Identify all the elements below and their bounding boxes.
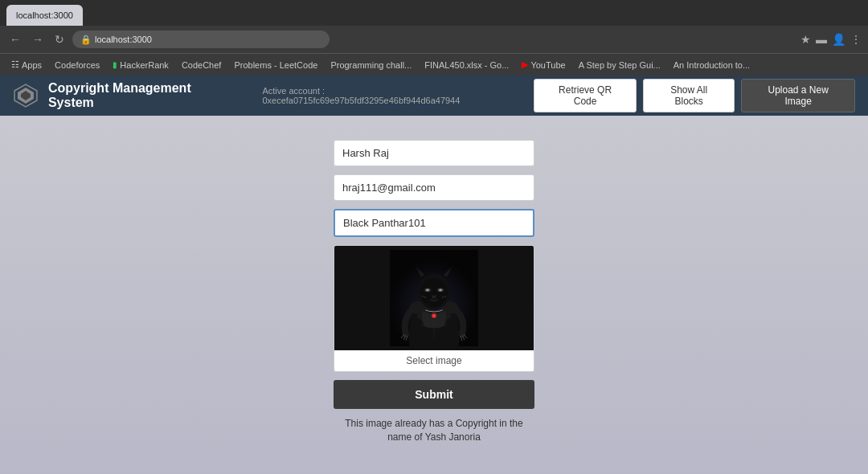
svg-point-21 <box>442 296 444 298</box>
bookmark-youtube[interactable]: ▶ YouTube <box>517 58 570 72</box>
black-panther-illustration <box>390 250 478 346</box>
error-message: This image already has a Copyright in th… <box>334 417 534 444</box>
tab-label: localhost:3000 <box>16 10 73 20</box>
svg-point-18 <box>440 289 442 291</box>
nav-refresh-button[interactable]: ↻ <box>51 31 68 47</box>
main-content: Select image Submit This image already h… <box>0 116 868 474</box>
image-preview <box>334 246 534 350</box>
bookmark-apps[interactable]: ☷ Apps <box>6 58 47 72</box>
bookmarks-bar: ☷ Apps Codeforces ▮ HackerRank CodeChef … <box>0 53 868 76</box>
bookmark-leetcode[interactable]: Problems - LeetCode <box>229 59 322 72</box>
image-upload-area[interactable]: Select image <box>334 245 534 372</box>
svg-point-20 <box>422 296 424 297</box>
submit-button[interactable]: Submit <box>334 380 534 409</box>
bookmark-hackerrank[interactable]: ▮ HackerRank <box>108 59 174 72</box>
svg-point-22 <box>444 296 446 297</box>
app-title: Copyright Management System <box>48 81 240 110</box>
retrieve-qr-button[interactable]: Retrieve QR Code <box>534 79 637 112</box>
apps-icon: ☷ <box>11 59 19 70</box>
svg-point-12 <box>420 278 448 307</box>
title-input[interactable] <box>334 209 534 237</box>
browser-nav-icons: ★ ▬ 👤 ⋮ <box>800 33 862 46</box>
header-buttons: Retrieve QR Code Show All Blocks Upload … <box>534 79 855 112</box>
upload-form: Select image Submit This image already h… <box>334 140 534 444</box>
select-image-label: Select image <box>406 350 461 371</box>
menu-icon[interactable]: ⋮ <box>850 33 862 46</box>
app-logo-icon <box>13 83 39 108</box>
address-bar[interactable]: 🔒 localhost:3000 <box>72 31 330 48</box>
bookmark-stepbystep[interactable]: A Step by Step Gui... <box>574 59 665 72</box>
browser-tab-active[interactable]: localhost:3000 <box>6 5 83 26</box>
upload-new-image-button[interactable]: Upload a New Image <box>741 79 855 112</box>
nav-forward-button[interactable]: → <box>29 31 47 47</box>
show-all-blocks-button[interactable]: Show All Blocks <box>643 79 735 112</box>
name-input[interactable] <box>334 140 534 166</box>
bookmark-star-icon[interactable]: ★ <box>800 33 811 46</box>
browser-nav-bar: ← → ↻ 🔒 localhost:3000 ★ ▬ 👤 ⋮ <box>0 26 868 53</box>
svg-point-17 <box>427 289 429 291</box>
bookmark-codeforces[interactable]: Codeforces <box>50 59 104 72</box>
bookmark-introduction[interactable]: An Introduction to... <box>669 59 755 72</box>
extensions-icon[interactable]: ▬ <box>816 33 827 46</box>
bookmark-codechef[interactable]: CodeChef <box>177 59 227 72</box>
bookmark-programming[interactable]: Programming chall... <box>326 59 416 72</box>
email-input[interactable] <box>334 174 534 201</box>
account-info: Active account : 0xecefa0715fc69e97b5fdf… <box>262 86 524 105</box>
bookmark-final450[interactable]: FINAL450.xlsx - Go... <box>420 59 514 72</box>
nav-back-button[interactable]: ← <box>6 31 24 47</box>
app-header: Copyright Management System Active accou… <box>0 76 868 116</box>
browser-tabs-bar: localhost:3000 <box>0 0 868 26</box>
svg-point-19 <box>424 296 426 298</box>
svg-point-7 <box>433 315 436 317</box>
browser-chrome: localhost:3000 ← → ↻ 🔒 localhost:3000 ★ … <box>0 0 868 76</box>
profile-icon[interactable]: 👤 <box>832 33 845 46</box>
url-display: localhost:3000 <box>95 35 152 44</box>
